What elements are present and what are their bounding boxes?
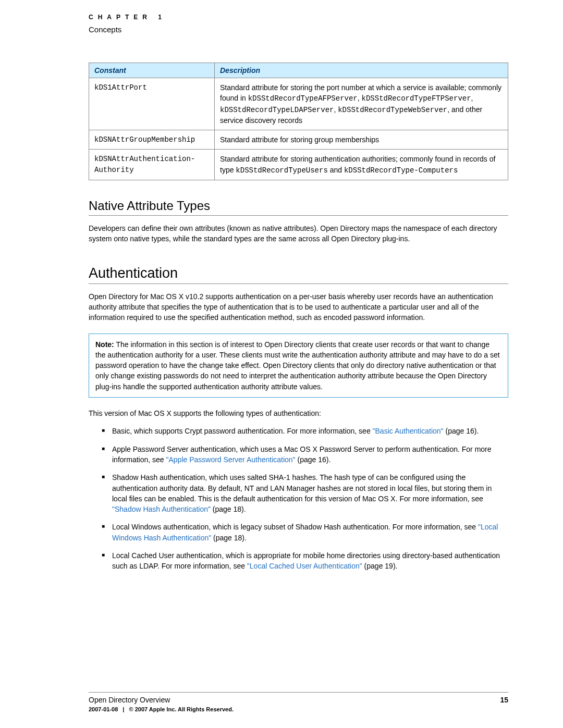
cell-constant: kDSNAttrGroupMembership [89,130,215,150]
cell-constant: kDSNAttrAuthentication-Authority [89,150,215,180]
paragraph: This version of Mac OS X supports the fo… [89,408,508,418]
table-row: kDS1AttrPort Standard attribute for stor… [89,78,508,130]
section-heading-concepts: Concepts [89,25,508,34]
chapter-label: CHAPTER 1 [89,14,508,21]
cell-description: Standard attribute for storing authentic… [215,150,508,180]
link-basic-auth[interactable]: "Basic Authentication" [373,427,444,435]
table-header-constant: Constant [89,63,215,78]
link-shadow-hash-auth[interactable]: "Shadow Hash Authentication" [112,505,211,513]
footer-date: 2007-01-08 [89,706,118,712]
paragraph: Open Directory for Mac OS X v10.2 suppor… [89,291,508,323]
note-label: Note: [95,340,114,349]
document-page: CHAPTER 1 Concepts Constant Description … [0,0,563,728]
page-number: 15 [500,696,508,704]
note-body: The information in this section is of in… [95,340,500,391]
cell-constant: kDS1AttrPort [89,78,215,130]
footer-title: Open Directory Overview [89,696,170,704]
list-item: Shadow Hash authentication, which uses s… [102,472,508,514]
table-header-description: Description [215,63,508,78]
heading-native-attribute-types: Native Attribute Types [89,199,508,216]
cell-description: Standard attribute for storing group mem… [215,130,508,150]
footer-separator: | [123,706,124,712]
link-local-cached-user-auth[interactable]: "Local Cached User Authentication" [247,562,362,570]
footer-copyright: © 2007 Apple Inc. All Rights Reserved. [129,706,233,712]
list-item: Local Windows authentication, which is l… [102,522,508,543]
cell-description: Standard attribute for storing the port … [215,78,508,130]
link-apple-password-server-auth[interactable]: "Apple Password Server Authentication" [166,455,296,464]
list-item: Local Cached User authentication, which … [102,550,508,572]
heading-authentication: Authentication [89,265,508,284]
table-row: kDSNAttrAuthentication-Authority Standar… [89,150,508,180]
auth-types-list: Basic, which supports Crypt password aut… [89,426,508,571]
page-footer: Open Directory Overview 15 2007-01-08 | … [89,692,508,712]
attribute-table: Constant Description kDS1AttrPort Standa… [89,63,508,180]
list-item: Basic, which supports Crypt password aut… [102,426,508,436]
paragraph: Developers can define their own attribut… [89,223,508,244]
table-row: kDSNAttrGroupMembership Standard attribu… [89,130,508,150]
list-item: Apple Password Server authentication, wh… [102,444,508,465]
note-box: Note: The information in this section is… [89,334,508,398]
